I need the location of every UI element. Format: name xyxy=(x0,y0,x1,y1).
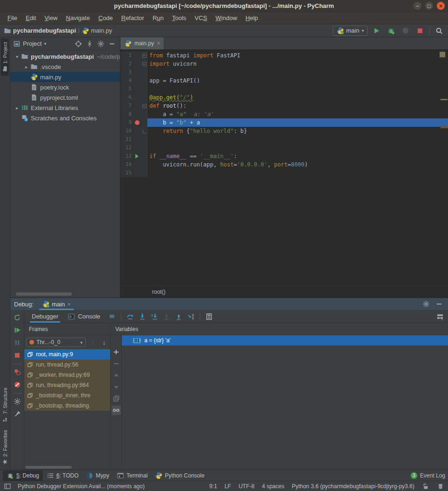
chevron-right-icon[interactable]: ▸ xyxy=(22,64,30,69)
menu-navigate[interactable]: Navigate xyxy=(62,13,93,23)
toolwindow-tab-python-console[interactable]: Python Console xyxy=(151,470,208,481)
sidebar-tab-favorites[interactable]: 2: Favorites xyxy=(1,426,9,469)
pin-tab-button[interactable] xyxy=(11,408,23,420)
tree-item-poetry-lock[interactable]: poetry.lock xyxy=(10,82,120,92)
menu-tools[interactable]: Tools xyxy=(168,13,190,23)
breadcrumb-file[interactable]: main.py xyxy=(91,27,112,34)
window-minimize-button[interactable]: − xyxy=(413,1,422,10)
stack-frame[interactable]: run, threading.py:864 xyxy=(24,380,110,390)
stack-frame[interactable]: run, thread.py:56 xyxy=(24,360,110,370)
menu-code[interactable]: Code xyxy=(95,13,117,23)
project-view-select[interactable]: Project xyxy=(23,40,42,47)
chevron-right-icon[interactable]: ▸ xyxy=(13,105,21,111)
inspection-indicator[interactable] xyxy=(440,52,445,57)
scroll-to-source-button[interactable] xyxy=(73,39,84,49)
step-over-button[interactable] xyxy=(125,311,135,322)
duplicate-watch-button[interactable] xyxy=(112,394,121,403)
move-watch-down-button[interactable] xyxy=(112,382,121,392)
fold-marker-icon[interactable]: − xyxy=(142,104,147,108)
project-horizontal-scrollbar[interactable] xyxy=(16,292,72,296)
move-watch-up-button[interactable] xyxy=(112,371,121,380)
hector-inspections-icon[interactable] xyxy=(437,483,444,490)
fold-end-icon[interactable] xyxy=(143,129,146,133)
close-icon[interactable]: × xyxy=(67,301,71,308)
fold-marker-icon[interactable]: − xyxy=(142,62,147,66)
search-everywhere-button[interactable] xyxy=(434,26,444,36)
gutter-icon-slot[interactable] xyxy=(133,160,141,169)
gutter-icon-slot[interactable] xyxy=(133,68,141,76)
toggle-tool-windows-icon[interactable] xyxy=(4,483,11,490)
gutter-icon-slot[interactable] xyxy=(133,144,141,152)
gutter-icon-slot[interactable] xyxy=(133,76,141,85)
debug-window-settings-button[interactable] xyxy=(421,299,431,309)
editor-tab-main-py[interactable]: main.py × xyxy=(120,37,164,49)
run-with-coverage-button[interactable] xyxy=(400,26,411,36)
step-out-of-code-block-button[interactable] xyxy=(161,311,172,322)
collapse-all-button[interactable] xyxy=(84,39,95,49)
status-item-4[interactable]: Python 3.6 (pycharmdebugfastapi-9cdjtyrg… xyxy=(292,483,414,490)
gutter-icon-slot[interactable] xyxy=(133,135,141,144)
window-close-button[interactable]: × xyxy=(436,1,445,10)
toolwindow-tab-mypy[interactable]: Mypy xyxy=(82,470,113,481)
window-maximize-button[interactable]: □ xyxy=(425,1,434,10)
run-configuration-select[interactable]: main ▾ xyxy=(333,26,368,36)
next-frame-button[interactable]: ↓ xyxy=(100,339,108,346)
breadcrumb-project[interactable]: pycharmdebugfastapi xyxy=(13,27,76,34)
gutter-icon-slot[interactable] xyxy=(133,169,141,177)
tree-item-pycharmdebugfastapi[interactable]: ▾pycharmdebugfastapi~/code/pycharmdebugf… xyxy=(10,51,120,62)
stack-frame[interactable]: _bootstrap, threading. xyxy=(24,401,110,411)
menu-view[interactable]: View xyxy=(41,13,61,23)
evaluate-expression-button[interactable] xyxy=(204,311,214,322)
stack-frame[interactable]: _bootstrap_inner, thre xyxy=(24,390,110,401)
restore-layout-button[interactable] xyxy=(435,311,445,322)
sidebar-tab-structure[interactable]: 7: Structure xyxy=(1,384,9,426)
frames-horizontal-scrollbar[interactable] xyxy=(25,466,72,469)
status-item-1[interactable]: LF xyxy=(224,483,231,490)
chevron-down-icon[interactable]: ▾ xyxy=(13,54,21,59)
sidebar-tab-project[interactable]: 1: Project xyxy=(1,38,9,76)
rerun-program-button[interactable] xyxy=(11,311,23,324)
previous-frame-button[interactable]: ↑ xyxy=(89,339,97,346)
status-item-2[interactable]: UTF-8 xyxy=(238,483,254,490)
pause-program-button[interactable] xyxy=(11,337,23,349)
tree-item-scratches-and-consoles[interactable]: Scratches and Consoles xyxy=(10,113,120,123)
gutter-icon-slot[interactable] xyxy=(133,110,141,118)
tree-item-external-libraries[interactable]: ▸External Libraries xyxy=(10,103,120,113)
menu-vcs[interactable]: VCS xyxy=(191,13,211,23)
fold-marker-icon[interactable]: − xyxy=(142,54,147,58)
debug-session-tab-main[interactable]: main × xyxy=(39,298,74,310)
menu-help[interactable]: Help xyxy=(242,13,262,23)
menu-edit[interactable]: Edit xyxy=(22,13,40,23)
hide-debug-window-button[interactable] xyxy=(434,299,444,309)
close-icon[interactable]: × xyxy=(157,40,160,47)
tab-console[interactable]: Console xyxy=(63,310,105,323)
run-line-icon[interactable] xyxy=(135,154,139,159)
breakpoint-icon[interactable] xyxy=(135,120,140,125)
menu-run[interactable]: Run xyxy=(149,13,168,23)
code-editor[interactable]: 1−from fastapi import FastAPI2−import uv… xyxy=(120,50,448,285)
status-item-3[interactable]: 4 spaces xyxy=(262,483,284,490)
toolwindow-tab-terminal[interactable]: Terminal xyxy=(113,470,151,481)
unlocked-icon[interactable] xyxy=(422,483,429,490)
breakpoint-stripe-mark[interactable] xyxy=(441,126,448,128)
debug-button[interactable] xyxy=(386,26,396,36)
force-step-into-button[interactable] xyxy=(149,311,160,322)
gutter-icon-slot[interactable] xyxy=(133,102,141,110)
stack-frame[interactable]: root, main.py:9 xyxy=(24,349,110,360)
mute-breakpoints-button[interactable] xyxy=(11,379,23,391)
tree-item-main-py[interactable]: main.py xyxy=(10,72,120,82)
menu-window[interactable]: Window xyxy=(212,13,241,23)
menu-refactor[interactable]: Refactor xyxy=(118,13,148,23)
remove-watch-button[interactable] xyxy=(112,359,121,368)
layout-options-button[interactable] xyxy=(107,311,117,322)
gutter-icon-slot[interactable] xyxy=(133,93,141,102)
editor-breadcrumb-scope[interactable]: root() xyxy=(120,285,448,297)
tree-item-pyproject-toml[interactable]: pyproject.toml xyxy=(10,92,120,103)
status-message[interactable]: Python Debugger Extension Avail... (mome… xyxy=(18,483,145,490)
resume-program-button[interactable] xyxy=(11,324,23,336)
gutter-icon-slot[interactable] xyxy=(133,152,141,160)
tree-item--vscode[interactable]: ▸.vscode xyxy=(10,62,120,72)
toolwindow-tab-6-todo[interactable]: 6: TODO xyxy=(43,470,83,481)
gutter-icon-slot[interactable] xyxy=(133,51,141,60)
gutter-icon-slot[interactable] xyxy=(133,118,141,127)
